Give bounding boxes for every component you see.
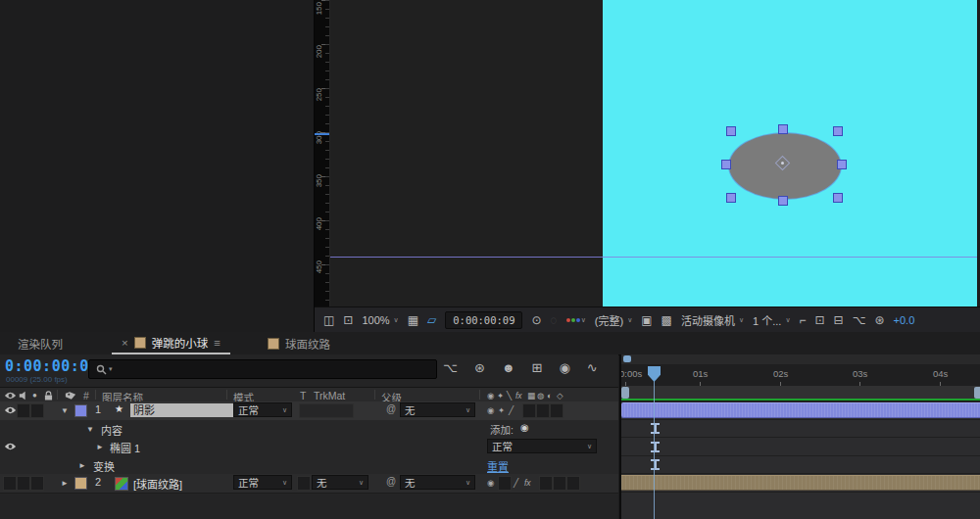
blend-mode-select[interactable]: 正常 ∨ bbox=[233, 475, 292, 490]
solo-column-icon[interactable]: ● bbox=[32, 391, 37, 400]
work-area-start-handle[interactable] bbox=[621, 387, 629, 399]
motion-blur-switch-icon[interactable]: ◍ bbox=[537, 391, 544, 401]
switch-well[interactable] bbox=[522, 403, 536, 418]
snapshot-icon[interactable]: ⊙ bbox=[531, 314, 541, 326]
expander-closed-icon[interactable]: ► bbox=[78, 461, 86, 470]
search-input[interactable]: ▾ bbox=[88, 359, 437, 379]
group-row-contents[interactable]: ▼ 内容 添加: ◉ bbox=[0, 420, 618, 440]
time-navigator-handle[interactable] bbox=[623, 355, 631, 362]
transparency-grid-icon[interactable]: ▩ bbox=[662, 314, 672, 326]
switch-well[interactable] bbox=[539, 476, 553, 491]
selection-handle-bottom-left[interactable] bbox=[726, 193, 736, 203]
time-ruler[interactable]: 0:00s 01s 02s 03s 04s bbox=[621, 364, 980, 387]
t-column-label[interactable]: T bbox=[300, 390, 306, 401]
target-region-icon[interactable]: ▣ bbox=[641, 314, 652, 326]
quality-switch-icon[interactable]: ╲ bbox=[507, 391, 512, 401]
parent-pickwhip-icon[interactable]: @ bbox=[386, 403, 396, 414]
index-column-label[interactable]: # bbox=[83, 390, 89, 401]
property-ibeam-marker[interactable] bbox=[651, 459, 660, 470]
frame-blend-switch-icon[interactable]: ▦ bbox=[527, 391, 535, 401]
tab-sphere-texture[interactable]: 球面纹路 bbox=[258, 332, 340, 354]
vertical-ruler[interactable]: 150 200 250 300 350 400 450 bbox=[315, 0, 330, 307]
shy-switch-icon[interactable]: ◉ bbox=[487, 391, 494, 401]
draft-3d-icon[interactable]: ⊛ bbox=[474, 360, 485, 375]
layer-row-sphere-texture[interactable]: ► 2 [球面纹路] 正常 ∨ 无 ∨ @ 无 ∨ ◉ ╱ fx bbox=[0, 474, 618, 494]
tab-render-queue[interactable]: 渲染队列 bbox=[8, 332, 73, 354]
exposure-reset-icon[interactable]: ⊛ bbox=[875, 314, 885, 326]
quality-switch[interactable]: ╱ bbox=[514, 478, 518, 488]
timeline-panel-icon[interactable]: ⊟ bbox=[834, 314, 844, 326]
group-row-ellipse1[interactable]: ► 椭圆 1 正常 ∨ bbox=[0, 438, 618, 457]
magnification-select[interactable]: 100% ∨ bbox=[362, 314, 398, 326]
blend-mode-select[interactable]: 正常 ∨ bbox=[233, 402, 292, 417]
parent-pickwhip-icon[interactable]: @ bbox=[386, 476, 396, 487]
parent-select[interactable]: 无 ∨ bbox=[400, 475, 475, 490]
close-icon[interactable]: × bbox=[122, 337, 128, 349]
flowchart-icon[interactable]: ⌥ bbox=[853, 314, 866, 326]
current-timecode[interactable]: 0:00:00:09 bbox=[5, 357, 98, 375]
show-snapshot-icon[interactable]: ◌ bbox=[551, 314, 558, 326]
ellipse-blend-mode-select[interactable]: 正常 ∨ bbox=[487, 439, 597, 453]
layer-row-shadow[interactable]: ▼ 1 ★ 阴影 正常 ∨ @ 无 ∨ ◉ ✦ ╱ bbox=[0, 401, 618, 421]
audio-switch-well[interactable] bbox=[17, 403, 30, 418]
trkmat-well[interactable] bbox=[299, 403, 354, 418]
frame-blend-icon[interactable]: ⊞ bbox=[532, 360, 543, 375]
expander-closed-icon[interactable]: ► bbox=[96, 443, 104, 451]
trkmat-column-label[interactable]: TrkMat bbox=[314, 390, 345, 401]
add-property-icon[interactable]: ◉ bbox=[520, 422, 529, 433]
always-preview-icon[interactable]: ◫ bbox=[323, 314, 334, 326]
video-eye-icon[interactable] bbox=[4, 443, 17, 450]
quality-switch[interactable]: ╱ bbox=[509, 405, 514, 415]
exposure-value[interactable]: +0.0 bbox=[894, 314, 915, 326]
layer-name-edit-field[interactable]: 阴影 bbox=[130, 403, 236, 417]
fx-switch-icon[interactable]: fx bbox=[515, 391, 522, 401]
audio-switch-well[interactable] bbox=[17, 476, 30, 491]
camera-view-select[interactable]: 活动摄像机 ∨ bbox=[681, 312, 744, 328]
video-eye-icon[interactable] bbox=[4, 406, 17, 414]
collapse-switch-icon[interactable]: ✦ bbox=[497, 391, 504, 401]
work-area-end-handle[interactable] bbox=[974, 387, 980, 399]
shy-switch[interactable]: ◉ bbox=[487, 405, 494, 415]
horizontal-guide-line[interactable] bbox=[330, 257, 977, 258]
search-options-icon[interactable]: ▾ bbox=[109, 365, 113, 373]
trkmat-select[interactable]: 无 ∨ bbox=[312, 475, 368, 490]
switch-well[interactable] bbox=[566, 476, 580, 491]
switch-well[interactable] bbox=[553, 476, 566, 491]
selection-handle-mid-right[interactable] bbox=[837, 160, 847, 169]
label-column-icon[interactable] bbox=[65, 391, 76, 401]
viewer-timecode[interactable]: 0:00:00:09 bbox=[445, 311, 522, 329]
switch-well[interactable] bbox=[536, 403, 550, 418]
shy-switch[interactable]: ◉ bbox=[487, 478, 494, 488]
layer-label-swatch[interactable] bbox=[74, 404, 87, 417]
parent-select[interactable]: 无 ∨ bbox=[400, 402, 475, 417]
t-switch-well[interactable] bbox=[297, 476, 311, 491]
pixel-aspect-icon[interactable]: ⌐ bbox=[800, 314, 807, 326]
selection-handle-top-center[interactable] bbox=[778, 124, 788, 134]
layer-duration-bar-sphere-texture[interactable] bbox=[621, 475, 980, 491]
view-layout-select[interactable]: 1 个... ∨ bbox=[753, 312, 790, 328]
graph-editor-icon[interactable]: ∿ bbox=[587, 360, 598, 375]
video-switch-well[interactable] bbox=[3, 476, 17, 491]
layer-name[interactable]: [球面纹路] bbox=[133, 476, 182, 492]
layer-duration-bar-shadow[interactable] bbox=[621, 402, 980, 418]
motion-blur-icon[interactable]: ◉ bbox=[559, 360, 569, 375]
collapse-switch[interactable]: ✦ bbox=[498, 405, 505, 415]
expander-open-icon[interactable]: ▼ bbox=[86, 425, 94, 434]
tab-bouncing-ball[interactable]: × 弹跳的小球 ≡ bbox=[112, 332, 230, 354]
adjustment-switch-icon[interactable]: ◐ bbox=[547, 391, 552, 401]
reset-link[interactable]: 重置 bbox=[487, 458, 509, 474]
selection-handle-top-left[interactable] bbox=[726, 126, 736, 136]
shy-layers-icon[interactable]: ☻ bbox=[502, 360, 515, 375]
switch-well[interactable] bbox=[550, 403, 564, 418]
solo-switch-well[interactable] bbox=[30, 476, 44, 491]
3d-switch-icon[interactable]: ◇ bbox=[557, 391, 564, 401]
property-ibeam-marker[interactable] bbox=[651, 423, 660, 434]
audio-column-icon[interactable] bbox=[19, 391, 28, 401]
video-column-icon[interactable] bbox=[4, 392, 17, 400]
fx-switch[interactable]: fx bbox=[524, 478, 531, 488]
show-channels-icon[interactable]: ∨ bbox=[566, 316, 586, 324]
expander-open-icon[interactable]: ▼ bbox=[61, 406, 69, 415]
group-row-transform[interactable]: ► 变换 重置 bbox=[0, 456, 618, 476]
comp-flowchart-icon[interactable]: ⌥ bbox=[443, 360, 458, 375]
fast-previews-icon[interactable]: ⊡ bbox=[815, 314, 825, 326]
